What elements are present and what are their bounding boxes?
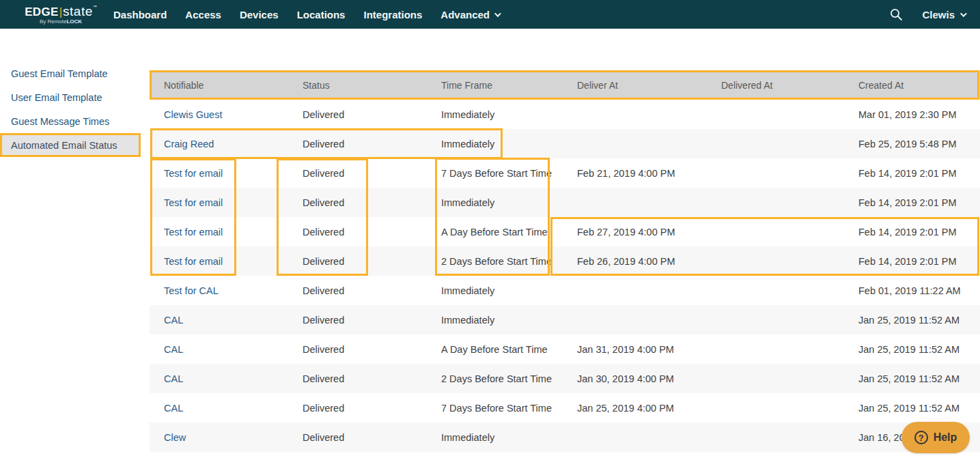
- table-row: Test for email Delivered Immediately Feb…: [150, 188, 980, 217]
- nav-item-locations[interactable]: Locations: [297, 9, 346, 20]
- sidebar-item-guest-message-times[interactable]: Guest Message Times: [0, 109, 150, 133]
- delivered-at-cell: [707, 100, 844, 129]
- time-frame-cell: Immediately: [427, 276, 563, 305]
- logo-tagline: By RemoteLOCK: [20, 19, 101, 25]
- notifiable-link[interactable]: Clew: [164, 432, 186, 443]
- column-header-delivered-at: Delivered At: [707, 70, 844, 100]
- created-at-cell: Jan 25, 2019 11:52 AM: [844, 364, 980, 393]
- user-menu[interactable]: Clewis: [922, 9, 965, 20]
- time-frame-cell: Immediately: [427, 188, 563, 217]
- notifiable-link[interactable]: Test for CAL: [164, 285, 219, 296]
- chevron-down-icon: [494, 10, 501, 17]
- created-at-cell: Feb 14, 2019 2:01 PM: [844, 217, 980, 246]
- delivered-at-cell: [707, 188, 844, 217]
- created-at-cell: Jan 25, 2019 11:52 AM: [844, 334, 980, 364]
- top-navbar: EDGE|state™ By RemoteLOCK Dashboard Acce…: [0, 0, 980, 29]
- help-button[interactable]: ? Help: [901, 422, 970, 453]
- notifiable-link[interactable]: Test for email: [164, 227, 223, 238]
- delivered-at-cell: [707, 158, 844, 188]
- column-header-status: Status: [288, 70, 427, 100]
- deliver-at-cell: [563, 129, 707, 158]
- help-button-label: Help: [934, 431, 957, 444]
- trademark-mark: ™: [93, 5, 97, 9]
- deliver-at-cell: [563, 100, 707, 129]
- column-header-notifiable: Notifiable: [150, 70, 288, 100]
- notifiable-link[interactable]: Craig Reed: [164, 139, 214, 149]
- time-frame-cell: 7 Days Before Start Time: [427, 158, 563, 188]
- user-name: Clewis: [922, 9, 955, 20]
- table-row: CAL Delivered 7 Days Before Start Time J…: [150, 393, 980, 423]
- sidebar-item-user-email-template[interactable]: User Email Template: [0, 85, 150, 109]
- time-frame-cell: A Day Before Start Time: [427, 334, 563, 364]
- table-row: Test for CAL Delivered Immediately Feb 0…: [150, 276, 980, 305]
- table-header-row: Notifiable Status Time Frame Deliver At …: [150, 70, 980, 100]
- status-cell: Delivered: [288, 217, 427, 246]
- status-cell: Delivered: [288, 276, 427, 305]
- edgestate-logo[interactable]: EDGE|state™ By RemoteLOCK: [20, 5, 101, 25]
- table-row: Test for email Delivered A Day Before St…: [150, 217, 980, 246]
- status-cell: Delivered: [288, 334, 427, 364]
- status-cell: Delivered: [288, 393, 427, 423]
- table-row: Test for email Delivered 2 Days Before S…: [150, 246, 980, 276]
- status-cell: Delivered: [288, 129, 427, 158]
- column-header-deliver-at: Deliver At: [563, 70, 707, 100]
- table-row: CAL Delivered 2 Days Before Start Time J…: [150, 364, 980, 393]
- search-icon[interactable]: [890, 8, 903, 21]
- time-frame-cell: Immediately: [427, 423, 563, 452]
- created-at-cell: Jan 25, 2019 11:52 AM: [844, 305, 980, 334]
- table-row: CAL Delivered A Day Before Start Time Ja…: [150, 334, 980, 364]
- notifiable-link[interactable]: Test for email: [164, 168, 223, 179]
- created-at-cell: Jan 25, 2019 11:52 AM: [844, 393, 980, 423]
- deliver-at-cell: Jan 30, 2019 4:00 PM: [563, 364, 707, 393]
- delivered-at-cell: [707, 334, 844, 364]
- logo-wordmark: EDGE|state™: [20, 5, 101, 18]
- deliver-at-cell: [563, 188, 707, 217]
- delivered-at-cell: [707, 305, 844, 334]
- delivered-at-cell: [707, 276, 844, 305]
- status-cell: Delivered: [288, 305, 427, 334]
- question-mark-icon: ?: [914, 431, 928, 444]
- nav-item-devices[interactable]: Devices: [240, 9, 279, 20]
- delivered-at-cell: [707, 246, 844, 276]
- notifiable-link[interactable]: CAL: [164, 373, 183, 384]
- notifiable-link[interactable]: Clewis Guest: [164, 109, 222, 120]
- table-row: CAL Delivered Immediately Jan 25, 2019 1…: [150, 305, 980, 334]
- time-frame-cell: 7 Days Before Start Time: [427, 393, 563, 423]
- time-frame-cell: Immediately: [427, 100, 563, 129]
- main-nav: Dashboard Access Devices Locations Integ…: [113, 9, 499, 20]
- deliver-at-cell: Jan 25, 2019 4:00 PM: [563, 393, 707, 423]
- notifiable-link[interactable]: CAL: [164, 344, 183, 355]
- deliver-at-cell: Jan 31, 2019 4:00 PM: [563, 334, 707, 364]
- notifiable-link[interactable]: CAL: [164, 315, 183, 326]
- deliver-at-cell: [563, 305, 707, 334]
- notifiable-link[interactable]: CAL: [164, 403, 183, 414]
- created-at-cell: Mar 01, 2019 2:30 PM: [844, 100, 980, 129]
- status-cell: Delivered: [288, 364, 427, 393]
- delivered-at-cell: [707, 423, 844, 452]
- sidebar-item-automated-email-status[interactable]: Automated Email Status: [0, 133, 141, 157]
- nav-item-integrations[interactable]: Integrations: [363, 9, 422, 20]
- logo-edge-text: EDGE: [25, 5, 58, 18]
- time-frame-cell: 2 Days Before Start Time: [427, 246, 563, 276]
- created-at-cell: Feb 14, 2019 2:01 PM: [844, 188, 980, 217]
- notifiable-link[interactable]: Test for email: [164, 197, 223, 208]
- email-status-table: Notifiable Status Time Frame Deliver At …: [150, 70, 980, 452]
- created-at-cell: Feb 14, 2019 2:01 PM: [844, 246, 980, 276]
- table-row: Craig Reed Delivered Immediately Feb 25,…: [150, 129, 980, 158]
- notifiable-link[interactable]: Test for email: [164, 256, 223, 267]
- nav-item-access[interactable]: Access: [185, 9, 221, 20]
- time-frame-cell: 2 Days Before Start Time: [427, 364, 563, 393]
- time-frame-cell: Immediately: [427, 129, 563, 158]
- status-cell: Delivered: [288, 100, 427, 129]
- column-header-time-frame: Time Frame: [427, 70, 563, 100]
- table-row: Clewis Guest Delivered Immediately Mar 0…: [150, 100, 980, 129]
- magnifier-glyph: [890, 8, 903, 21]
- chevron-down-icon: [960, 10, 967, 17]
- nav-item-advanced[interactable]: Advanced: [440, 9, 499, 20]
- status-cell: Delivered: [288, 188, 427, 217]
- delivered-at-cell: [707, 364, 844, 393]
- deliver-at-cell: Feb 27, 2019 4:00 PM: [563, 217, 707, 246]
- sidebar-item-guest-email-template[interactable]: Guest Email Template: [0, 61, 150, 85]
- delivered-at-cell: [707, 217, 844, 246]
- nav-item-dashboard[interactable]: Dashboard: [113, 9, 167, 20]
